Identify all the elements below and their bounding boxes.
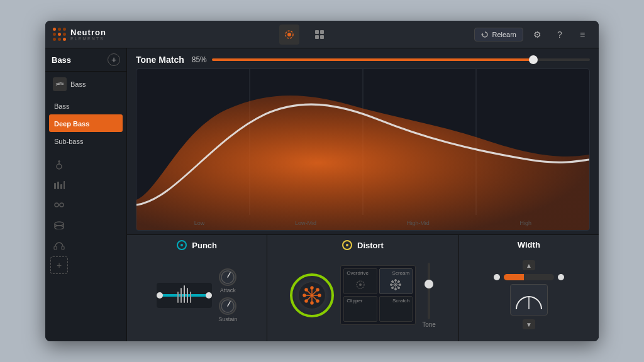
- svg-point-50: [391, 283, 392, 285]
- tab-modules[interactable]: [309, 25, 330, 45]
- distort-cell-scratch[interactable]: Scratch: [379, 296, 413, 322]
- clipper-label: Clipper: [347, 298, 362, 304]
- overdrive-label: Overdrive: [347, 270, 369, 276]
- tab-visualizer[interactable]: [279, 25, 299, 45]
- distort-content: Overdrive Scream: [274, 254, 452, 336]
- relearn-button[interactable]: Relearn: [474, 28, 523, 41]
- tone-slider-fill: [212, 58, 533, 61]
- nav-guitar-icon[interactable]: [50, 156, 68, 173]
- nav-headphones-icon[interactable]: [50, 236, 68, 254]
- distort-cell-overdrive[interactable]: Overdrive: [343, 268, 377, 294]
- logo-dot: [53, 38, 56, 41]
- tone-match-section: Tone Match 85%: [127, 48, 599, 234]
- logo-text: Neutron ELEMENTS: [70, 28, 106, 41]
- logo-dot: [58, 38, 61, 41]
- logo-dot: [63, 38, 66, 41]
- settings-button[interactable]: ⚙: [528, 26, 546, 43]
- svg-point-7: [57, 164, 62, 169]
- chain-icon: [53, 200, 65, 209]
- width-thumb-right[interactable]: [558, 274, 564, 280]
- tone-label: Tone: [422, 321, 436, 328]
- scratch-label: Scratch: [392, 298, 409, 304]
- svg-point-37: [318, 294, 321, 297]
- punch-slider-track[interactable]: [157, 283, 212, 308]
- tone-match-header: Tone Match 85%: [136, 55, 590, 65]
- svg-point-38: [305, 288, 308, 291]
- app-name: Neutron: [70, 28, 106, 36]
- svg-rect-15: [60, 203, 64, 207]
- tone-match-slider-wrap: 85%: [192, 55, 590, 64]
- module-width: Width ▲: [459, 235, 599, 341]
- punch-controls: Attack Sustain: [218, 268, 237, 322]
- svg-marker-6: [481, 33, 484, 35]
- tone-slider-thumb[interactable]: [529, 55, 538, 64]
- attack-label: Attack: [220, 287, 236, 293]
- sidebar-nav-icons: +: [45, 153, 126, 277]
- svg-point-20: [55, 226, 64, 229]
- svg-rect-12: [60, 184, 62, 189]
- width-thumb-left[interactable]: [494, 274, 500, 280]
- guitar-icon: [53, 159, 65, 170]
- punch-power-indicator: [180, 244, 183, 246]
- svg-rect-13: [64, 181, 65, 189]
- svg-point-17: [55, 222, 64, 226]
- tone-slider-vertical[interactable]: [428, 263, 430, 319]
- preset-item-bass[interactable]: Bass: [49, 97, 123, 114]
- visualizer-icon: [284, 29, 295, 40]
- nav-add-icon[interactable]: +: [50, 256, 68, 274]
- punch-power-button[interactable]: [177, 240, 187, 250]
- punch-thumb-left[interactable]: [157, 292, 163, 299]
- logo-dot: [53, 28, 56, 31]
- svg-rect-10: [54, 183, 56, 189]
- svg-rect-3: [320, 30, 324, 34]
- sidebar-presets: Bass Deep Bass Sub-bass: [45, 97, 126, 150]
- tone-match-slider[interactable]: [212, 58, 590, 61]
- logo-dot: [58, 28, 61, 31]
- drums-icon: [53, 221, 65, 229]
- preset-item-sub-bass[interactable]: Sub-bass: [49, 132, 123, 150]
- header-center: [135, 25, 474, 45]
- svg-rect-22: [62, 246, 64, 250]
- module-distort: Distort: [267, 235, 458, 341]
- logo-area: Neutron ELEMENTS: [53, 28, 135, 41]
- app-window: Neutron ELEMENTS: [45, 21, 599, 341]
- svg-rect-14: [55, 203, 58, 207]
- width-slider[interactable]: [504, 274, 554, 280]
- width-arrow-down[interactable]: ▼: [523, 319, 535, 329]
- sustain-label: Sustain: [218, 316, 237, 322]
- nav-drums-icon[interactable]: [50, 216, 68, 234]
- attack-knob[interactable]: [219, 268, 236, 286]
- sidebar-icons: Bass: [45, 72, 126, 97]
- sidebar-add-button[interactable]: +: [108, 53, 120, 66]
- preset-label-deep-bass: Deep Bass: [54, 120, 89, 128]
- eq-label-lowmid: Low-Mid: [295, 220, 316, 226]
- eq-label-highmid: High-Mid: [407, 220, 430, 226]
- tone-match-percent: 85%: [192, 55, 207, 64]
- menu-button[interactable]: ≡: [574, 26, 591, 43]
- svg-point-49: [395, 288, 397, 290]
- distort-knob[interactable]: [290, 273, 334, 317]
- svg-rect-11: [57, 182, 59, 189]
- nav-link-icon[interactable]: [50, 196, 68, 214]
- distort-cell-scream[interactable]: Scream: [379, 268, 413, 294]
- tone-thumb[interactable]: [425, 280, 433, 288]
- nav-bars-icon[interactable]: [50, 176, 68, 194]
- sidebar-item-bass-instrument[interactable]: Bass: [49, 74, 123, 94]
- eq-svg: [136, 69, 589, 230]
- svg-point-35: [311, 302, 313, 304]
- preset-item-deep-bass[interactable]: Deep Bass: [49, 114, 123, 132]
- sustain-knob[interactable]: [219, 297, 236, 315]
- punch-thumb-right[interactable]: [206, 292, 212, 299]
- scream-icon: [389, 278, 402, 291]
- help-button[interactable]: ?: [551, 26, 569, 43]
- distort-header: Distort: [274, 240, 452, 250]
- header: Neutron ELEMENTS: [45, 21, 599, 48]
- distort-type-grid: Overdrive Scream: [340, 265, 416, 325]
- width-arrow-up[interactable]: ▲: [523, 260, 535, 270]
- svg-point-48: [395, 279, 397, 281]
- distort-power-button[interactable]: [342, 240, 352, 250]
- svg-point-39: [316, 300, 319, 302]
- header-right: Relearn ⚙ ? ≡: [474, 26, 591, 43]
- eq-label-low: Low: [194, 220, 205, 226]
- distort-cell-clipper[interactable]: Clipper: [343, 296, 377, 322]
